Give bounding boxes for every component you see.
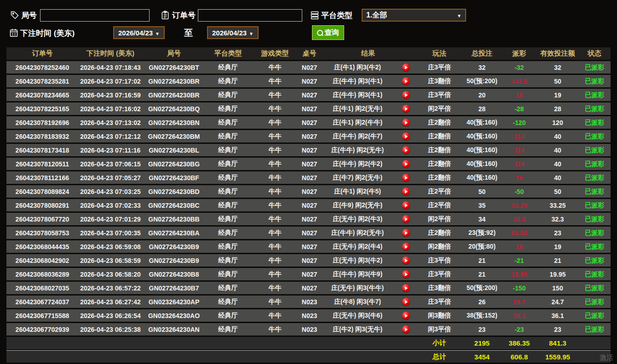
total-label: 总计	[416, 353, 462, 361]
play-video-icon[interactable]	[395, 298, 416, 306]
play-video-icon[interactable]	[395, 160, 416, 168]
result-text: 庄(牛牛) 闲2(无牛)	[320, 229, 395, 237]
play-video-icon[interactable]	[395, 256, 416, 264]
bet-time-cell: 2026-04-23 06:26:54	[78, 312, 143, 319]
play-video-icon[interactable]	[395, 312, 416, 319]
payout-cell: 36.1	[502, 312, 537, 319]
platform-select[interactable]: 1.全部	[362, 9, 466, 22]
game-type-cell: 牛牛	[251, 270, 299, 279]
game-no-cell: GN027264230B7	[143, 284, 205, 292]
query-button[interactable]: 查询	[312, 25, 344, 40]
bet-time-cell: 2026-04-23 06:57:22	[78, 284, 143, 292]
result-cell: 庄(牛牛) 闲2(牛7)	[320, 132, 416, 141]
play-video-icon[interactable]	[395, 188, 416, 195]
result-cell: 庄(牛2) 闲3(无牛)	[320, 325, 416, 334]
play-type-cell: 闲2翻倍	[416, 243, 462, 251]
table-row: 260423078192696 2026-04-23 07:13:02 GN02…	[6, 116, 611, 129]
play-video-icon[interactable]	[395, 243, 416, 250]
valid-bet-cell: 33.25	[537, 202, 578, 209]
date-from-picker[interactable]: 2026/04/23	[113, 26, 165, 39]
play-video-icon[interactable]	[395, 325, 416, 333]
game-type-cell: 牛牛	[251, 243, 299, 251]
play-video-icon[interactable]	[395, 63, 416, 71]
table-row: 260423078067720 2026-04-23 07:01:29 GN02…	[6, 213, 611, 225]
status-cell: 已派彩	[578, 146, 611, 154]
game-type-cell: 牛牛	[251, 284, 299, 292]
valid-bet-cell: 24.7	[537, 298, 578, 306]
result-text: 庄(牛牛) 闲2(无牛)	[320, 146, 395, 154]
total-bet-cell: 40(预:160)	[462, 132, 502, 141]
play-video-icon[interactable]	[395, 174, 416, 182]
game-no-cell: GN027264230BQ	[143, 105, 205, 113]
status-cell: 已派彩	[578, 256, 611, 265]
game-type-cell: 牛牛	[251, 63, 299, 72]
platform-select-value: 1.全部	[366, 11, 457, 20]
table-no-cell: N023	[299, 312, 320, 319]
bet-time-cell: 2026-04-23 07:16:02	[78, 105, 143, 113]
date-to-picker[interactable]: 2026/04/23	[207, 26, 259, 39]
header-table-no: 桌号	[299, 49, 320, 58]
table-no-cell: N027	[299, 216, 320, 223]
payout-cell: -32	[502, 64, 537, 71]
total-bet-cell: 40(预:160)	[462, 119, 502, 127]
play-video-icon[interactable]	[395, 201, 416, 209]
game-no-cell: GN027264230B8	[143, 271, 205, 278]
game-type-cell: 牛牛	[251, 174, 299, 182]
play-video-icon[interactable]	[395, 91, 416, 99]
valid-bet-cell: 40	[537, 147, 578, 154]
table-no-cell: N027	[299, 202, 320, 209]
valid-bet-cell: 40	[537, 160, 578, 168]
total-total-bet: 3454	[462, 353, 502, 361]
game-no-cell: GN027264230BL	[143, 147, 205, 154]
play-type-cell: 庄2平倍	[416, 201, 462, 210]
play-video-icon[interactable]	[395, 77, 416, 85]
payout-cell: 32.3	[502, 216, 537, 223]
result-text: 庄(牛牛) 闲3(牛9)	[320, 270, 395, 279]
play-video-icon[interactable]	[395, 270, 416, 278]
subtotal-payout: 386.35	[502, 339, 537, 347]
status-cell: 已派彩	[578, 215, 611, 223]
game-no-input[interactable]	[40, 9, 150, 22]
order-no-input[interactable]	[198, 9, 302, 22]
bet-time-label: 下注时间 (美东)	[20, 27, 75, 40]
payout-cell: 19	[502, 243, 537, 250]
payout-cell: -50	[502, 188, 537, 195]
platform-cell: 经典厅	[205, 201, 251, 210]
total-bet-cell: 23	[462, 326, 502, 333]
bet-time-cell: 2026-04-23 07:17:02	[78, 78, 143, 85]
status-cell: 已派彩	[578, 132, 611, 141]
play-video-icon[interactable]	[395, 132, 416, 140]
table-body: 260423078252460 2026-04-23 07:18:43 GN02…	[6, 61, 611, 336]
platform-cell: 经典厅	[205, 256, 251, 265]
play-video-icon[interactable]	[395, 105, 416, 113]
order-no-cell: 260423078089824	[6, 188, 78, 195]
status-cell: 已派彩	[578, 243, 611, 251]
table-no-cell: N027	[299, 78, 320, 85]
header-payout: 派彩	[502, 49, 537, 58]
game-no-cell: GN027264230BN	[143, 119, 205, 126]
play-video-icon[interactable]	[395, 215, 416, 223]
result-text: 庄(牛1) 闲2(牛5)	[320, 188, 395, 196]
table-row: 260423078120511 2026-04-23 07:06:15 GN02…	[6, 158, 611, 170]
valid-bet-cell: 23	[537, 326, 578, 333]
play-type-cell: 庄3翻倍	[416, 284, 462, 292]
play-video-icon[interactable]	[395, 146, 416, 154]
play-video-icon[interactable]	[395, 119, 416, 126]
total-bet-cell: 23(预:92)	[462, 229, 502, 237]
status-cell: 已派彩	[578, 105, 611, 113]
header-game-type: 游戏类型	[251, 49, 299, 58]
order-no-label: 订单号	[172, 9, 196, 22]
chevron-down-icon	[249, 29, 254, 37]
play-video-icon[interactable]	[395, 284, 416, 292]
play-video-icon[interactable]	[395, 229, 416, 237]
table-row: 260423068036289 2026-04-23 06:58:20 GN02…	[6, 268, 611, 280]
table-no-cell: N027	[299, 105, 320, 113]
table-no-cell: N023	[299, 326, 320, 333]
header-result: 结果	[320, 49, 416, 58]
subtotal-total-bet: 2195	[462, 339, 502, 347]
result-text: 庄(牛牛) 闲3(牛1)	[320, 91, 395, 99]
bet-time-cell: 2026-04-23 07:16:59	[78, 91, 143, 99]
status-cell: 已派彩	[578, 188, 611, 196]
platform-cell: 经典厅	[205, 215, 251, 223]
valid-bet-cell: 40	[537, 133, 578, 140]
